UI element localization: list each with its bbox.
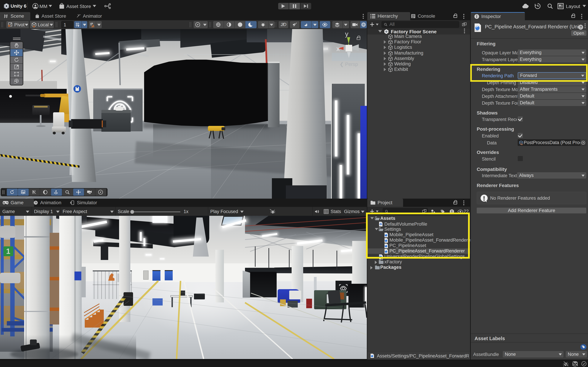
svg-text:Y: Y bbox=[78, 25, 79, 27]
svg-text:x: x bbox=[336, 45, 340, 52]
svg-text:y: y bbox=[345, 32, 348, 38]
svg-text:?: ? bbox=[580, 25, 582, 29]
